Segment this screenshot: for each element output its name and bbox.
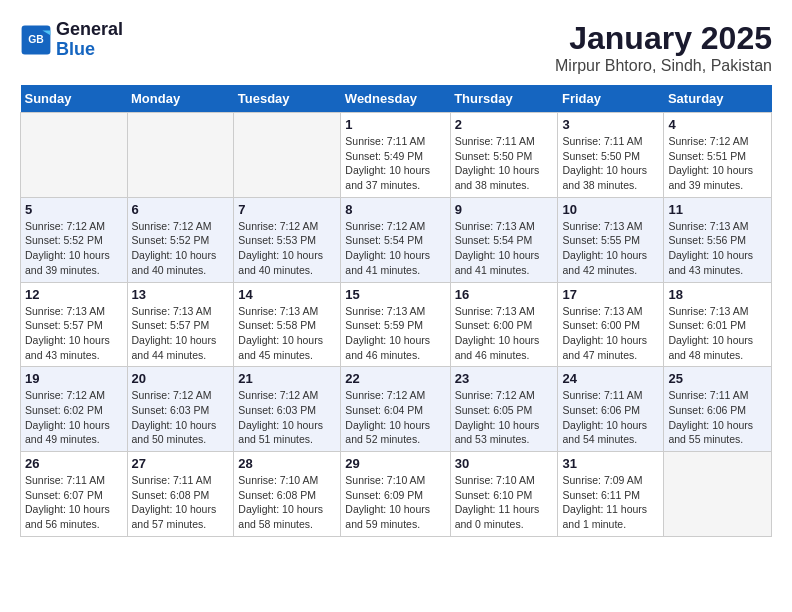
calendar-week-row: 1Sunrise: 7:11 AM Sunset: 5:49 PM Daylig… (21, 113, 772, 198)
day-info: Sunrise: 7:12 AM Sunset: 5:51 PM Dayligh… (668, 134, 767, 193)
logo-icon: GB (20, 24, 52, 56)
day-info: Sunrise: 7:11 AM Sunset: 6:06 PM Dayligh… (562, 388, 659, 447)
table-row (127, 113, 234, 198)
table-row: 11Sunrise: 7:13 AM Sunset: 5:56 PM Dayli… (664, 197, 772, 282)
day-number: 13 (132, 287, 230, 302)
page-title: January 2025 (555, 20, 772, 57)
table-row: 24Sunrise: 7:11 AM Sunset: 6:06 PM Dayli… (558, 367, 664, 452)
day-number: 21 (238, 371, 336, 386)
table-row: 2Sunrise: 7:11 AM Sunset: 5:50 PM Daylig… (450, 113, 558, 198)
table-row: 15Sunrise: 7:13 AM Sunset: 5:59 PM Dayli… (341, 282, 450, 367)
logo: GB General Blue (20, 20, 123, 60)
day-number: 31 (562, 456, 659, 471)
col-thursday: Thursday (450, 85, 558, 113)
day-number: 24 (562, 371, 659, 386)
day-number: 7 (238, 202, 336, 217)
table-row: 28Sunrise: 7:10 AM Sunset: 6:08 PM Dayli… (234, 452, 341, 537)
day-info: Sunrise: 7:11 AM Sunset: 5:50 PM Dayligh… (455, 134, 554, 193)
table-row: 7Sunrise: 7:12 AM Sunset: 5:53 PM Daylig… (234, 197, 341, 282)
table-row: 23Sunrise: 7:12 AM Sunset: 6:05 PM Dayli… (450, 367, 558, 452)
table-row: 4Sunrise: 7:12 AM Sunset: 5:51 PM Daylig… (664, 113, 772, 198)
logo-text: General Blue (56, 20, 123, 60)
table-row: 6Sunrise: 7:12 AM Sunset: 5:52 PM Daylig… (127, 197, 234, 282)
calendar-week-row: 12Sunrise: 7:13 AM Sunset: 5:57 PM Dayli… (21, 282, 772, 367)
day-info: Sunrise: 7:13 AM Sunset: 5:57 PM Dayligh… (25, 304, 123, 363)
table-row: 26Sunrise: 7:11 AM Sunset: 6:07 PM Dayli… (21, 452, 128, 537)
day-number: 25 (668, 371, 767, 386)
day-number: 19 (25, 371, 123, 386)
day-number: 23 (455, 371, 554, 386)
table-row: 31Sunrise: 7:09 AM Sunset: 6:11 PM Dayli… (558, 452, 664, 537)
table-row: 9Sunrise: 7:13 AM Sunset: 5:54 PM Daylig… (450, 197, 558, 282)
col-saturday: Saturday (664, 85, 772, 113)
day-number: 6 (132, 202, 230, 217)
day-number: 20 (132, 371, 230, 386)
day-info: Sunrise: 7:13 AM Sunset: 5:54 PM Dayligh… (455, 219, 554, 278)
table-row: 25Sunrise: 7:11 AM Sunset: 6:06 PM Dayli… (664, 367, 772, 452)
day-info: Sunrise: 7:13 AM Sunset: 6:00 PM Dayligh… (455, 304, 554, 363)
day-info: Sunrise: 7:12 AM Sunset: 6:03 PM Dayligh… (238, 388, 336, 447)
day-info: Sunrise: 7:12 AM Sunset: 6:04 PM Dayligh… (345, 388, 445, 447)
calendar-table: Sunday Monday Tuesday Wednesday Thursday… (20, 85, 772, 537)
day-info: Sunrise: 7:13 AM Sunset: 5:55 PM Dayligh… (562, 219, 659, 278)
day-info: Sunrise: 7:11 AM Sunset: 5:50 PM Dayligh… (562, 134, 659, 193)
day-number: 9 (455, 202, 554, 217)
day-number: 11 (668, 202, 767, 217)
table-row: 10Sunrise: 7:13 AM Sunset: 5:55 PM Dayli… (558, 197, 664, 282)
calendar-week-row: 26Sunrise: 7:11 AM Sunset: 6:07 PM Dayli… (21, 452, 772, 537)
day-info: Sunrise: 7:12 AM Sunset: 5:52 PM Dayligh… (132, 219, 230, 278)
table-row: 13Sunrise: 7:13 AM Sunset: 5:57 PM Dayli… (127, 282, 234, 367)
day-number: 22 (345, 371, 445, 386)
day-number: 3 (562, 117, 659, 132)
table-row: 8Sunrise: 7:12 AM Sunset: 5:54 PM Daylig… (341, 197, 450, 282)
day-number: 30 (455, 456, 554, 471)
table-row: 29Sunrise: 7:10 AM Sunset: 6:09 PM Dayli… (341, 452, 450, 537)
table-row: 3Sunrise: 7:11 AM Sunset: 5:50 PM Daylig… (558, 113, 664, 198)
day-info: Sunrise: 7:12 AM Sunset: 6:05 PM Dayligh… (455, 388, 554, 447)
table-row: 21Sunrise: 7:12 AM Sunset: 6:03 PM Dayli… (234, 367, 341, 452)
table-row: 18Sunrise: 7:13 AM Sunset: 6:01 PM Dayli… (664, 282, 772, 367)
svg-text:GB: GB (28, 34, 44, 45)
day-info: Sunrise: 7:10 AM Sunset: 6:10 PM Dayligh… (455, 473, 554, 532)
day-info: Sunrise: 7:12 AM Sunset: 5:54 PM Dayligh… (345, 219, 445, 278)
day-number: 17 (562, 287, 659, 302)
table-row: 5Sunrise: 7:12 AM Sunset: 5:52 PM Daylig… (21, 197, 128, 282)
day-number: 27 (132, 456, 230, 471)
day-info: Sunrise: 7:12 AM Sunset: 5:53 PM Dayligh… (238, 219, 336, 278)
col-friday: Friday (558, 85, 664, 113)
day-number: 1 (345, 117, 445, 132)
day-number: 15 (345, 287, 445, 302)
table-row: 19Sunrise: 7:12 AM Sunset: 6:02 PM Dayli… (21, 367, 128, 452)
table-row (234, 113, 341, 198)
table-row: 27Sunrise: 7:11 AM Sunset: 6:08 PM Dayli… (127, 452, 234, 537)
day-info: Sunrise: 7:11 AM Sunset: 6:08 PM Dayligh… (132, 473, 230, 532)
day-info: Sunrise: 7:13 AM Sunset: 5:56 PM Dayligh… (668, 219, 767, 278)
table-row: 30Sunrise: 7:10 AM Sunset: 6:10 PM Dayli… (450, 452, 558, 537)
logo-general: General (56, 19, 123, 39)
day-number: 12 (25, 287, 123, 302)
table-row: 12Sunrise: 7:13 AM Sunset: 5:57 PM Dayli… (21, 282, 128, 367)
day-number: 29 (345, 456, 445, 471)
page-header: GB General Blue January 2025 Mirpur Bhto… (20, 20, 772, 75)
day-info: Sunrise: 7:11 AM Sunset: 5:49 PM Dayligh… (345, 134, 445, 193)
day-number: 14 (238, 287, 336, 302)
day-info: Sunrise: 7:13 AM Sunset: 5:59 PM Dayligh… (345, 304, 445, 363)
col-wednesday: Wednesday (341, 85, 450, 113)
day-info: Sunrise: 7:11 AM Sunset: 6:07 PM Dayligh… (25, 473, 123, 532)
day-number: 28 (238, 456, 336, 471)
day-info: Sunrise: 7:13 AM Sunset: 6:01 PM Dayligh… (668, 304, 767, 363)
day-number: 10 (562, 202, 659, 217)
table-row: 14Sunrise: 7:13 AM Sunset: 5:58 PM Dayli… (234, 282, 341, 367)
table-row: 20Sunrise: 7:12 AM Sunset: 6:03 PM Dayli… (127, 367, 234, 452)
day-info: Sunrise: 7:09 AM Sunset: 6:11 PM Dayligh… (562, 473, 659, 532)
day-info: Sunrise: 7:13 AM Sunset: 5:57 PM Dayligh… (132, 304, 230, 363)
col-sunday: Sunday (21, 85, 128, 113)
col-tuesday: Tuesday (234, 85, 341, 113)
logo-blue: Blue (56, 39, 95, 59)
day-number: 26 (25, 456, 123, 471)
day-number: 4 (668, 117, 767, 132)
table-row: 16Sunrise: 7:13 AM Sunset: 6:00 PM Dayli… (450, 282, 558, 367)
title-block: January 2025 Mirpur Bhtoro, Sindh, Pakis… (555, 20, 772, 75)
table-row (21, 113, 128, 198)
col-monday: Monday (127, 85, 234, 113)
